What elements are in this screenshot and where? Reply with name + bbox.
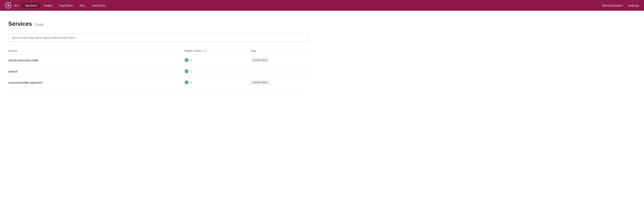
service-name: consul (8, 66, 183, 77)
tags-cell: secure=false (249, 55, 309, 66)
page-title: Services (8, 20, 32, 27)
health-checks-label: Health Checks (184, 49, 202, 52)
svg-point-12 (185, 81, 188, 84)
health-check-icon (184, 80, 188, 84)
col-header-health: Health Checks i (183, 47, 249, 55)
tag-badge: secure=false (251, 80, 269, 85)
health-count: 2 (190, 58, 192, 62)
health-info-icon[interactable]: i (203, 49, 206, 52)
service-name: cloud-consumer-order (8, 55, 183, 66)
health-cell: 1 (183, 66, 249, 77)
table-header: Service Health Checks i Tags (8, 47, 309, 55)
tag-badge: secure=false (251, 58, 269, 62)
nav-item-acl[interactable]: ACL (77, 2, 88, 8)
main-content: Services 3 total Service Health Checks i… (0, 11, 322, 96)
datacenter-label: dc1 (14, 4, 19, 7)
page-count: 3 total (34, 23, 44, 26)
search-input[interactable] (8, 34, 309, 42)
health-count: 1 (190, 70, 192, 73)
table-row[interactable]: consul-provider-payment 2 secure=false (8, 77, 309, 88)
tags-cell (249, 66, 309, 77)
navbar: dc1 Services Nodes Key/Value ACL Intenti… (0, 0, 644, 11)
health-cell: 2 (183, 77, 249, 88)
nav-item-nodes[interactable]: Nodes (41, 2, 56, 8)
svg-point-10 (185, 58, 188, 62)
nav-item-keyvalue[interactable]: Key/Value (56, 2, 76, 8)
col-header-service: Service (8, 47, 183, 55)
service-name: consul-provider-payment (8, 77, 183, 88)
page-header: Services 3 total (8, 20, 313, 27)
health-count: 2 (190, 81, 192, 84)
services-table-body: cloud-consumer-order 2 secure=false (8, 55, 309, 88)
documentation-link[interactable]: Documentation (602, 4, 623, 7)
col-header-tags: Tags (249, 47, 309, 55)
table-row[interactable]: cloud-consumer-order 2 secure=false (8, 55, 309, 66)
settings-link[interactable]: Settings (628, 4, 639, 7)
table-row[interactable]: consul 1 (8, 66, 309, 77)
tags-cell: secure=false (249, 77, 309, 88)
nav-item-services[interactable]: Services (22, 2, 40, 8)
services-table: Service Health Checks i Tags cloud-consu… (8, 47, 309, 88)
health-check-icon (184, 58, 188, 62)
svg-point-1 (8, 4, 9, 6)
main-nav: Services Nodes Key/Value ACL Intentions (22, 2, 602, 8)
health-cell: 2 (183, 55, 249, 66)
consul-logo-icon (5, 2, 12, 9)
health-check-icon (184, 69, 188, 73)
svg-point-11 (185, 69, 188, 73)
nav-item-intentions[interactable]: Intentions (90, 2, 109, 8)
navbar-right: Documentation Settings (602, 4, 639, 7)
